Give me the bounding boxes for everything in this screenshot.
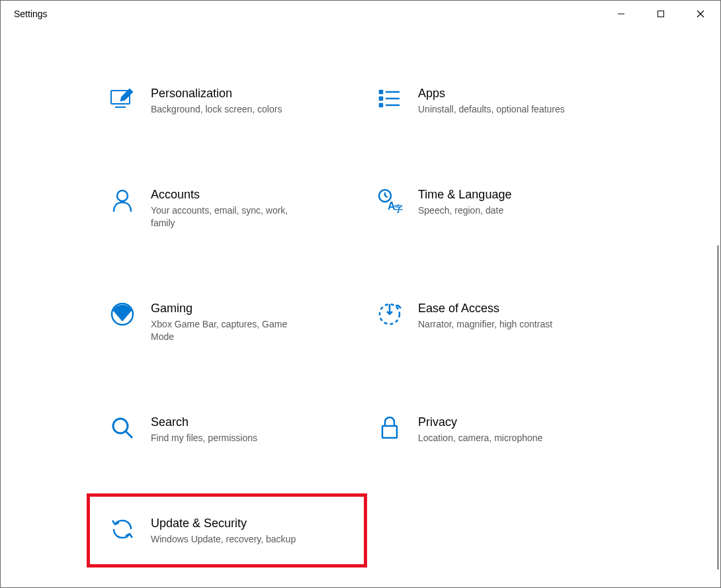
svg-line-16 xyxy=(385,196,388,197)
window-title: Settings xyxy=(14,9,48,19)
category-text: Ease of Access Narrator, magnifier, high… xyxy=(418,300,552,331)
category-personalization[interactable]: Personalization Background, lock screen,… xyxy=(103,80,351,122)
category-desc: Windows Update, recovery, backup xyxy=(151,533,296,546)
category-accounts[interactable]: Accounts Your accounts, email, sync, wor… xyxy=(103,181,351,235)
category-desc: Find my files, permissions xyxy=(151,432,257,445)
svg-rect-8 xyxy=(380,97,382,100)
scrollbar[interactable] xyxy=(717,245,719,569)
search-icon xyxy=(108,414,136,442)
svg-rect-1 xyxy=(658,11,664,17)
category-title: Search xyxy=(151,415,257,429)
category-desc: Narrator, magnifier, high contrast xyxy=(418,318,552,331)
time-language-icon: A 字 xyxy=(376,187,403,214)
category-apps[interactable]: Apps Uninstall, defaults, optional featu… xyxy=(370,80,618,122)
category-title: Privacy xyxy=(418,415,542,429)
category-text: Personalization Background, lock screen,… xyxy=(151,85,282,116)
category-text: Update & Security Windows Update, recove… xyxy=(151,515,296,546)
minimize-button[interactable] xyxy=(601,1,641,27)
category-text: Accounts Your accounts, email, sync, wor… xyxy=(151,187,303,230)
svg-point-13 xyxy=(117,190,128,201)
privacy-icon xyxy=(376,414,403,442)
apps-icon xyxy=(376,85,403,113)
titlebar: Settings xyxy=(1,1,720,27)
svg-line-23 xyxy=(126,431,132,438)
category-ease-of-access[interactable]: Ease of Access Narrator, magnifier, high… xyxy=(370,295,618,349)
category-title: Time & Language xyxy=(418,188,511,202)
category-desc: Background, lock screen, colors xyxy=(151,103,282,116)
close-button[interactable] xyxy=(681,1,720,27)
category-text: Time & Language Speech, region, date xyxy=(418,187,511,218)
category-title: Update & Security xyxy=(151,517,296,530)
categories-grid: Personalization Background, lock screen,… xyxy=(103,80,618,551)
svg-rect-7 xyxy=(380,91,382,93)
category-time-language[interactable]: A 字 Time & Language Speech, region, date xyxy=(370,181,618,235)
category-text: Gaming Xbox Game Bar, captures, Game Mod… xyxy=(151,300,303,344)
category-text: Search Find my files, permissions xyxy=(151,414,257,445)
maximize-button[interactable] xyxy=(641,1,681,27)
ease-of-access-icon xyxy=(376,300,403,328)
category-text: Apps Uninstall, defaults, optional featu… xyxy=(418,85,565,116)
personalization-icon xyxy=(108,85,136,113)
category-title: Ease of Access xyxy=(418,302,552,315)
category-desc: Location, camera, microphone xyxy=(418,432,542,445)
category-title: Personalization xyxy=(151,87,282,101)
category-desc: Xbox Game Bar, captures, Game Mode xyxy=(151,318,303,344)
category-search[interactable]: Search Find my files, permissions xyxy=(103,409,351,450)
window-controls xyxy=(601,1,720,27)
update-security-icon xyxy=(108,515,136,543)
accounts-icon xyxy=(108,187,136,214)
svg-rect-24 xyxy=(382,426,397,438)
category-title: Accounts xyxy=(151,188,303,202)
category-privacy[interactable]: Privacy Location, camera, microphone xyxy=(370,409,618,450)
category-title: Apps xyxy=(418,87,565,101)
settings-content: Personalization Background, lock screen,… xyxy=(1,27,720,587)
gaming-icon xyxy=(108,300,136,328)
svg-text:字: 字 xyxy=(394,204,403,214)
category-update-security[interactable]: Update & Security Windows Update, recove… xyxy=(103,510,351,552)
category-desc: Speech, region, date xyxy=(418,204,511,218)
svg-rect-9 xyxy=(380,104,382,106)
category-text: Privacy Location, camera, microphone xyxy=(418,414,542,445)
svg-point-22 xyxy=(113,419,128,433)
category-title: Gaming xyxy=(151,302,303,315)
category-desc: Uninstall, defaults, optional features xyxy=(418,103,565,116)
category-desc: Your accounts, email, sync, work, family xyxy=(151,204,303,230)
category-gaming[interactable]: Gaming Xbox Game Bar, captures, Game Mod… xyxy=(103,295,351,349)
